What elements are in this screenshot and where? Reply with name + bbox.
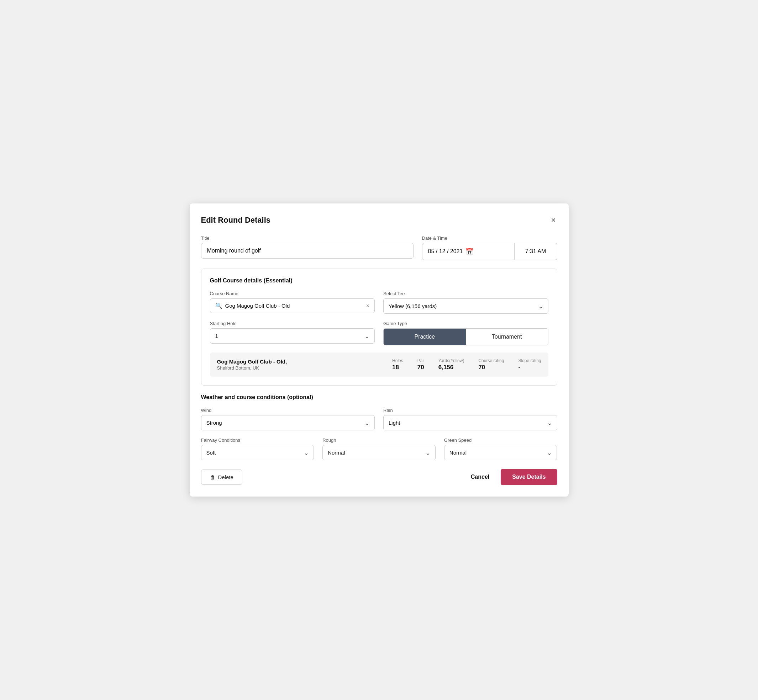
time-value: 7:31 AM — [525, 248, 546, 255]
green-speed-dropdown[interactable]: Slow Normal Fast Very Fast — [444, 445, 557, 460]
starting-hole-wrap: 1 ⌄ — [210, 328, 375, 344]
footer-right: Cancel Save Details — [468, 469, 557, 485]
fairway-label: Fairway Conditions — [201, 438, 314, 443]
tournament-toggle-button[interactable]: Tournament — [466, 329, 548, 345]
course-name-input[interactable] — [225, 303, 363, 309]
holes-label: Holes — [392, 358, 403, 363]
select-tee-label: Select Tee — [383, 291, 548, 296]
course-info-left: Gog Magog Golf Club - Old, Shelford Bott… — [217, 359, 393, 370]
golf-course-section-title: Golf Course details (Essential) — [210, 277, 548, 284]
datetime-field-group: Date & Time 05 / 12 / 2021 📅 7:31 AM — [422, 236, 557, 260]
title-label: Title — [201, 236, 413, 241]
modal-footer: 🗑 Delete Cancel Save Details — [201, 469, 557, 485]
par-value: 70 — [417, 364, 424, 371]
close-button[interactable]: × — [550, 215, 557, 225]
save-button[interactable]: Save Details — [501, 469, 557, 485]
rough-field: Rough Short Normal Long Very Long ⌄ — [323, 438, 435, 460]
slope-rating-stat: Slope rating - — [518, 358, 541, 371]
golf-course-section: Golf Course details (Essential) Course N… — [201, 269, 557, 386]
rain-select-wrap: None Light Moderate Heavy ⌄ — [383, 415, 557, 430]
cancel-button[interactable]: Cancel — [468, 470, 492, 484]
rain-field: Rain None Light Moderate Heavy ⌄ — [383, 408, 557, 430]
clear-course-button[interactable]: × — [366, 303, 370, 309]
fairway-dropdown[interactable]: Dry Firm Normal Soft Wet — [201, 445, 314, 460]
course-rating-value: 70 — [478, 364, 485, 371]
course-rating-stat: Course rating 70 — [478, 358, 504, 371]
par-label: Par — [417, 358, 424, 363]
green-speed-label: Green Speed — [444, 438, 557, 443]
datetime-inputs: 05 / 12 / 2021 📅 7:31 AM — [422, 243, 557, 260]
date-value: 05 / 12 / 2021 — [428, 248, 463, 255]
course-name-label: Course Name — [210, 291, 375, 296]
course-info-box: Gog Magog Golf Club - Old, Shelford Bott… — [210, 353, 548, 377]
starting-hole-dropdown[interactable]: 1 — [210, 328, 375, 344]
course-info-name: Gog Magog Golf Club - Old, — [217, 359, 393, 364]
yards-label: Yards(Yellow) — [439, 358, 464, 363]
datetime-label: Date & Time — [422, 236, 557, 241]
starting-hole-field: Starting Hole 1 ⌄ — [210, 321, 375, 345]
wind-label: Wind — [201, 408, 375, 413]
top-fields: Title Date & Time 05 / 12 / 2021 📅 7:31 … — [201, 236, 557, 260]
course-name-tee-row: Course Name 🔍 × Select Tee Yellow (6,156… — [210, 291, 548, 314]
edit-round-modal: Edit Round Details × Title Date & Time 0… — [190, 203, 568, 497]
weather-section: Weather and course conditions (optional)… — [201, 394, 557, 460]
course-stats: Holes 18 Par 70 Yards(Yellow) 6,156 Cour… — [392, 358, 541, 371]
course-info-location: Shelford Bottom, UK — [217, 365, 393, 370]
holes-value: 18 — [392, 364, 399, 371]
select-tee-wrap: Yellow (6,156 yards) ⌄ — [383, 298, 548, 314]
starting-hole-label: Starting Hole — [210, 321, 375, 326]
title-field-group: Title — [201, 236, 413, 260]
green-speed-select-wrap: Slow Normal Fast Very Fast ⌄ — [444, 445, 557, 460]
wind-select-wrap: Calm Light Moderate Strong Very Strong ⌄ — [201, 415, 375, 430]
fairway-select-wrap: Dry Firm Normal Soft Wet ⌄ — [201, 445, 314, 460]
calendar-icon: 📅 — [465, 248, 473, 255]
title-input[interactable] — [201, 243, 413, 259]
yards-stat: Yards(Yellow) 6,156 — [439, 358, 464, 371]
slope-rating-label: Slope rating — [518, 358, 541, 363]
search-icon: 🔍 — [215, 302, 222, 309]
rough-dropdown[interactable]: Short Normal Long Very Long — [323, 445, 435, 460]
practice-toggle-button[interactable]: Practice — [384, 329, 466, 345]
delete-button[interactable]: 🗑 Delete — [201, 470, 242, 485]
time-input-wrap[interactable]: 7:31 AM — [515, 243, 557, 260]
modal-title: Edit Round Details — [201, 216, 271, 225]
wind-field: Wind Calm Light Moderate Strong Very Str… — [201, 408, 375, 430]
game-type-label: Game Type — [383, 321, 548, 326]
modal-header: Edit Round Details × — [201, 215, 557, 225]
wind-dropdown[interactable]: Calm Light Moderate Strong Very Strong — [201, 415, 375, 430]
game-type-field: Game Type Practice Tournament — [383, 321, 548, 345]
delete-label: Delete — [218, 474, 233, 480]
course-name-field: Course Name 🔍 × — [210, 291, 375, 314]
fairway-rough-green-row: Fairway Conditions Dry Firm Normal Soft … — [201, 438, 557, 460]
fairway-field: Fairway Conditions Dry Firm Normal Soft … — [201, 438, 314, 460]
rain-label: Rain — [383, 408, 557, 413]
game-type-toggle: Practice Tournament — [383, 328, 548, 345]
starting-hole-game-type-row: Starting Hole 1 ⌄ Game Type Practice Tou… — [210, 321, 548, 345]
trash-icon: 🗑 — [210, 474, 215, 480]
yards-value: 6,156 — [439, 364, 454, 371]
course-rating-label: Course rating — [478, 358, 504, 363]
select-tee-dropdown[interactable]: Yellow (6,156 yards) — [383, 298, 548, 314]
rough-select-wrap: Short Normal Long Very Long ⌄ — [323, 445, 435, 460]
wind-rain-row: Wind Calm Light Moderate Strong Very Str… — [201, 408, 557, 430]
green-speed-field: Green Speed Slow Normal Fast Very Fast ⌄ — [444, 438, 557, 460]
par-stat: Par 70 — [417, 358, 424, 371]
rough-label: Rough — [323, 438, 435, 443]
weather-section-title: Weather and course conditions (optional) — [201, 394, 557, 400]
select-tee-field: Select Tee Yellow (6,156 yards) ⌄ — [383, 291, 548, 314]
slope-rating-value: - — [518, 364, 520, 371]
rain-dropdown[interactable]: None Light Moderate Heavy — [383, 415, 557, 430]
date-input-wrap[interactable]: 05 / 12 / 2021 📅 — [422, 243, 515, 260]
holes-stat: Holes 18 — [392, 358, 403, 371]
course-name-search[interactable]: 🔍 × — [210, 298, 375, 313]
